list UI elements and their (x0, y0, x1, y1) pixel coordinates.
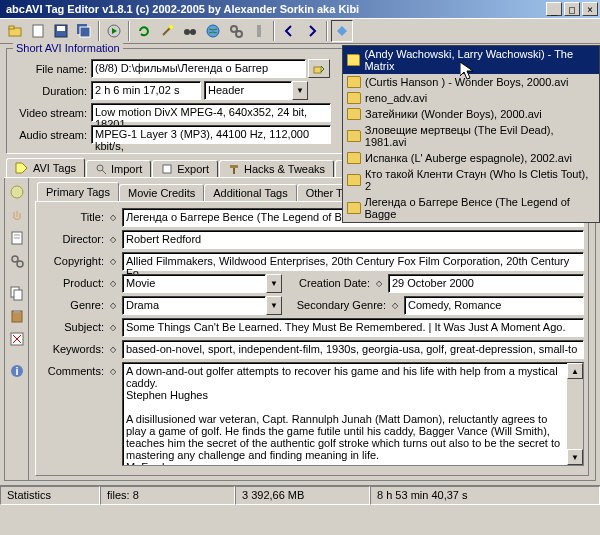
dropdown-item[interactable]: Испанка (L' Auberge espagnole), 2002.avi (343, 150, 599, 166)
comments-textarea[interactable]: A down-and-out golfer attempts to recove… (122, 362, 584, 466)
minimize-button[interactable]: _ (546, 2, 562, 16)
svg-rect-4 (57, 26, 65, 31)
svg-rect-15 (257, 25, 261, 37)
audio-field: MPEG-1 Layer 3 (MP3), 44100 Hz, 112,000 … (91, 125, 331, 144)
title-label: Title: (40, 208, 106, 223)
document-icon[interactable] (27, 20, 49, 42)
genre-label: Genre: (40, 296, 106, 311)
svg-line-18 (102, 170, 106, 174)
export-icon (161, 163, 173, 175)
subtab-additional[interactable]: Additional Tags (204, 184, 296, 201)
title-pick-icon[interactable]: ◇ (106, 210, 120, 224)
duration-label: Duration: (13, 85, 91, 97)
open-folder-icon[interactable] (4, 20, 26, 42)
tab-hacks[interactable]: Hacks & Tweaks (219, 160, 334, 177)
secgenre-pick-icon[interactable]: ◇ (388, 298, 402, 312)
folder-icon (347, 92, 361, 104)
duration-field: 2 h 6 min 17,02 s (91, 81, 201, 100)
svg-rect-30 (14, 290, 22, 300)
statusbar: Statistics files: 8 3 392,66 MB 8 h 53 m… (0, 485, 600, 505)
keywords-input[interactable]: based-on-novel, sport, independent-film,… (122, 340, 584, 359)
dropdown-item[interactable]: (Curtis Hanson ) - Wonder Boys, 2000.avi (343, 74, 599, 90)
creationdate-input[interactable]: 29 October 2000 (388, 274, 584, 293)
svg-point-9 (169, 25, 173, 29)
diamond-icon[interactable] (331, 20, 353, 42)
copyright-pick-icon[interactable]: ◇ (106, 254, 120, 268)
refresh-icon[interactable] (133, 20, 155, 42)
sidebar: i (5, 178, 29, 480)
scroll-up-icon[interactable]: ▲ (567, 363, 583, 379)
hammer-icon (228, 163, 240, 175)
genre-combo[interactable]: Drama (122, 296, 266, 315)
next-icon[interactable] (301, 20, 323, 42)
subject-pick-icon[interactable]: ◇ (106, 320, 120, 334)
svg-point-13 (231, 26, 237, 32)
copyright-label: Copyright: (40, 252, 106, 267)
side-app-icon[interactable] (7, 182, 27, 202)
genre-combo-arrow[interactable]: ▼ (266, 296, 282, 315)
prev-icon[interactable] (278, 20, 300, 42)
creationdate-pick-icon[interactable]: ◇ (372, 276, 386, 290)
filename-browse-button[interactable] (308, 59, 330, 78)
binoculars-icon[interactable] (179, 20, 201, 42)
director-input[interactable]: Robert Redford (122, 230, 584, 249)
close-button[interactable]: × (582, 2, 598, 16)
tab-export[interactable]: Export (152, 160, 218, 177)
tab-avi-tags[interactable]: AVI Tags (6, 158, 85, 177)
search-icon (95, 163, 107, 175)
genre-pick-icon[interactable]: ◇ (106, 298, 120, 312)
main-content: i Primary Tags Movie Credits Additional … (4, 178, 596, 481)
dropdown-item[interactable]: Легенда о Баггере Венсе (The Legend of B… (343, 194, 599, 222)
header-combo-arrow[interactable]: ▼ (292, 81, 308, 100)
product-combo-arrow[interactable]: ▼ (266, 274, 282, 293)
side-doc-icon[interactable] (7, 228, 27, 248)
subtab-primary[interactable]: Primary Tags (37, 182, 119, 201)
side-paste-icon[interactable] (7, 306, 27, 326)
subtab-movie-credits[interactable]: Movie Credits (119, 184, 204, 201)
svg-rect-20 (230, 165, 238, 168)
filename-field[interactable]: (8/8) D:\фильмы\Легенда о Баггер (91, 59, 306, 78)
wand-icon[interactable] (156, 20, 178, 42)
svg-point-14 (236, 31, 242, 37)
secgenre-input[interactable]: Comedy, Romance (404, 296, 584, 315)
header-combo[interactable]: Header (204, 81, 292, 100)
dropdown-item[interactable]: reno_adv.avi (343, 90, 599, 106)
svg-rect-32 (14, 310, 20, 313)
save-all-icon[interactable] (73, 20, 95, 42)
folder-icon (347, 152, 361, 164)
info-legend: Short AVI Information (13, 42, 123, 54)
save-icon[interactable] (50, 20, 72, 42)
subject-input[interactable]: Some Things Can't Be Learned. They Must … (122, 318, 584, 337)
gears-icon[interactable] (225, 20, 247, 42)
file-dropdown[interactable]: (Andy Wachowski, Larry Wachowski) - The … (342, 45, 600, 223)
side-copy-icon[interactable] (7, 283, 27, 303)
dropdown-item[interactable]: (Andy Wachowski, Larry Wachowski) - The … (343, 46, 599, 74)
side-hand-icon[interactable] (7, 205, 27, 225)
side-info-icon[interactable]: i (7, 361, 27, 381)
director-pick-icon[interactable]: ◇ (106, 232, 120, 246)
scroll-down-icon[interactable]: ▼ (567, 449, 583, 465)
comments-scrollbar[interactable]: ▲ ▼ (567, 363, 583, 465)
keywords-pick-icon[interactable]: ◇ (106, 342, 120, 356)
folder-icon (347, 174, 361, 186)
dropdown-item[interactable]: Зловещие мертвецы (The Evil Dead), 1981.… (343, 122, 599, 150)
comments-pick-icon[interactable]: ◇ (106, 364, 120, 378)
copyright-input[interactable]: Allied Filmmakers, Wildwood Enterprises,… (122, 252, 584, 271)
tab-import[interactable]: Import (86, 160, 151, 177)
side-clear-icon[interactable] (7, 329, 27, 349)
tag-icon (15, 162, 29, 174)
video-label: Video stream: (13, 107, 91, 119)
dropdown-item[interactable]: Кто такой Кленти Стаун (Who Is Cletis To… (343, 166, 599, 194)
svg-point-27 (12, 256, 18, 262)
product-pick-icon[interactable]: ◇ (106, 276, 120, 290)
side-gears-icon[interactable] (7, 251, 27, 271)
tool-icon[interactable] (248, 20, 270, 42)
maximize-button[interactable]: □ (564, 2, 580, 16)
director-label: Director: (40, 230, 106, 245)
status-size: 3 392,66 MB (235, 486, 370, 505)
product-combo[interactable]: Movie (122, 274, 266, 293)
status-files: files: 8 (100, 486, 235, 505)
dropdown-item[interactable]: Затейники (Wonder Boys), 2000.avi (343, 106, 599, 122)
world-icon[interactable] (202, 20, 224, 42)
play-icon[interactable] (103, 20, 125, 42)
